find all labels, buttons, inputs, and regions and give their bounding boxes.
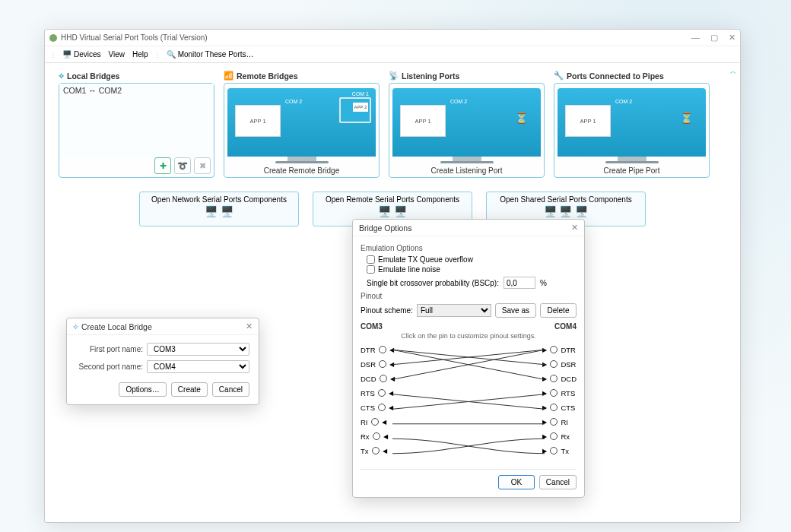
pinout-diagram[interactable]: DTR◀DSR◀DCD◀RTS◀CTS◀RI◀Rx◀Tx◀ ▶DTR▶DSR▶D… (361, 344, 577, 463)
pin-right-CTS[interactable]: ▶CTS (542, 402, 577, 413)
create-button[interactable]: Create (171, 382, 208, 397)
delete-bridge-button[interactable]: ✖ (194, 157, 211, 174)
scroll-up-icon[interactable]: ︿ (729, 66, 737, 77)
options-button[interactable]: Options… (119, 382, 166, 397)
dialog-title: Create Local Bridge (81, 322, 152, 331)
section-remote-bridges: 📶Remote Bridges APP 1 COM 2 COM 1 APP 2 … (224, 71, 380, 178)
section-action-label: Create Remote Bridge (224, 166, 379, 175)
pin-right-RTS[interactable]: ▶RTS (542, 388, 577, 398)
reconnect-button[interactable]: ➰ (174, 157, 191, 174)
emulate-line-noise-checkbox[interactable]: Emulate line noise (367, 265, 577, 274)
section-listening-ports: 📡Listening Ports APP 1 COM 2 Create List… (389, 71, 545, 178)
pinout-scheme-select[interactable]: Full (417, 304, 491, 317)
pin-left-RTS[interactable]: RTS◀ (361, 388, 395, 398)
pin-left-Tx[interactable]: Tx◀ (361, 445, 395, 456)
monitor-ports-button[interactable]: 🔍Monitor These Ports… (164, 50, 256, 59)
minimize-button[interactable]: — (691, 33, 700, 43)
pin-right-RI[interactable]: ▶RI (542, 416, 577, 427)
component-icon: 🖥️ 🖥️ (316, 205, 469, 217)
close-icon[interactable]: ✕ (246, 321, 253, 331)
pipe-port-tile[interactable]: APP 1 COM 2 Create Pipe Port (554, 83, 710, 178)
first-port-label: First port name: (76, 345, 143, 353)
second-port-select[interactable]: COM4 (147, 360, 249, 373)
cancel-button[interactable]: Cancel (539, 475, 577, 489)
wifi-icon: 📶 (224, 71, 233, 81)
app-box-label: APP 1 (565, 105, 611, 137)
section-title: Ports Connected to Pipes (567, 71, 664, 81)
bridge-options-dialog: Bridge Options ✕ Emulation Options Emula… (352, 219, 585, 498)
devices-icon: 🖥️ (62, 50, 71, 59)
pinout-left-port: COM3 (361, 322, 383, 331)
emulate-tx-overflow-checkbox[interactable]: Emulate TX Queue overflow (367, 255, 577, 264)
local-bridge-list[interactable]: COM1 ↔ COM2 (59, 84, 214, 157)
close-icon[interactable]: ✕ (571, 223, 578, 233)
pin-left-DSR[interactable]: DSR◀ (361, 359, 395, 369)
pinout-group: Pinout (361, 292, 577, 300)
search-icon: 🔍 (167, 50, 176, 59)
titlebar: HHD Virtual Serial Port Tools (Trial Ver… (45, 30, 740, 46)
bscp-input[interactable] (504, 277, 535, 289)
pin-left-CTS[interactable]: CTS◀ (361, 402, 395, 413)
app-box-label: APP 1 (235, 105, 281, 137)
local-bridge-item[interactable]: COM1 ↔ COM2 (63, 86, 210, 95)
dialog-title: Bridge Options (359, 223, 411, 233)
create-local-bridge-dialog: ⟡ Create Local Bridge ✕ First port name:… (66, 318, 259, 405)
open-network-components[interactable]: Open Network Serial Ports Components 🖥️ … (139, 192, 299, 226)
save-as-button[interactable]: Save as (495, 303, 536, 318)
delete-scheme-button[interactable]: Delete (540, 303, 577, 318)
section-local-bridges: ⟡Local Bridges COM1 ↔ COM2 ✚ ➰ ✖ (59, 71, 214, 178)
hourglass-icon (680, 111, 692, 131)
pin-right-Tx[interactable]: ▶Tx (542, 445, 577, 456)
toolbar: ⋮ 🖥️Devices View Help ⋮ 🔍Monitor These P… (45, 46, 740, 63)
link-icon: ⟡ (73, 321, 78, 331)
emulation-group: Emulation Options (361, 244, 577, 252)
section-title: Listening Ports (402, 71, 459, 81)
devices-menu[interactable]: 🖥️Devices (60, 50, 103, 59)
pin-left-Rx[interactable]: Rx◀ (361, 431, 395, 442)
add-bridge-button[interactable]: ✚ (154, 157, 171, 174)
pin-right-DSR[interactable]: ▶DSR (542, 359, 577, 369)
remote-bridge-tile[interactable]: APP 1 COM 2 COM 1 APP 2 Create Remote Br… (224, 83, 380, 178)
section-title: Remote Bridges (237, 71, 298, 81)
pin-right-DTR[interactable]: ▶DTR (542, 344, 577, 355)
pinout-hint: Click on the pin to customize pinout set… (361, 332, 577, 340)
pinout-right-port: COM4 (554, 322, 577, 331)
component-icon: 🖥️ 🖥️ (143, 205, 295, 217)
hourglass-icon (515, 111, 527, 131)
cancel-button[interactable]: Cancel (212, 382, 249, 397)
pipe-icon: 🔧 (554, 71, 564, 81)
view-menu[interactable]: View (106, 50, 128, 59)
window-title: HHD Virtual Serial Port Tools (Trial Ver… (61, 33, 208, 42)
close-button[interactable]: ✕ (729, 33, 735, 43)
pin-right-DCD[interactable]: ▶DCD (542, 373, 577, 384)
second-port-label: Second port name: (76, 363, 143, 371)
app-logo-icon (49, 34, 57, 42)
first-port-select[interactable]: COM3 (147, 343, 249, 356)
pin-left-DCD[interactable]: DCD◀ (361, 373, 395, 384)
maximize-button[interactable]: ▢ (710, 33, 718, 43)
ok-button[interactable]: OK (498, 475, 535, 489)
component-icon: 🖥️ 🖥️ 🖥️ (490, 205, 642, 217)
listening-port-tile[interactable]: APP 1 COM 2 Create Listening Port (389, 83, 545, 178)
app-box-label: APP 1 (400, 105, 446, 137)
section-pipes: 🔧Ports Connected to Pipes APP 1 COM 2 Cr… (554, 71, 710, 178)
bscp-label: Single bit crossover probability (BSCp): (367, 279, 499, 287)
link-icon: ⟡ (59, 71, 64, 81)
pin-right-Rx[interactable]: ▶Rx (542, 431, 577, 442)
pin-left-RI[interactable]: RI◀ (361, 416, 395, 427)
section-action-label: Create Pipe Port (554, 166, 709, 175)
help-menu[interactable]: Help (130, 50, 151, 59)
listen-icon: 📡 (389, 71, 399, 81)
scheme-label: Pinout scheme: (361, 306, 413, 315)
section-title: Local Bridges (67, 71, 119, 81)
pin-left-DTR[interactable]: DTR◀ (361, 344, 395, 355)
section-action-label: Create Listening Port (389, 166, 544, 175)
